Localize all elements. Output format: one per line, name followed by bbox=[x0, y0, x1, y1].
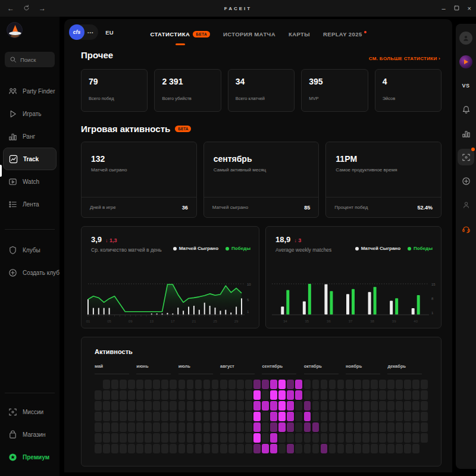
heatmap-cell bbox=[278, 380, 286, 389]
search-input[interactable] bbox=[20, 57, 50, 63]
tab-replay[interactable]: REPLAY 2025 bbox=[323, 31, 367, 37]
sidebar-item-shop[interactable]: Магазин bbox=[0, 423, 60, 446]
heatmap-cell bbox=[212, 401, 219, 411]
heatmap-cell bbox=[387, 401, 394, 411]
search-box[interactable] bbox=[5, 52, 55, 67]
heatmap-cell bbox=[170, 433, 177, 443]
heatmap-cell bbox=[354, 444, 361, 453]
heatmap-cell bbox=[354, 390, 361, 400]
heatmap-month-grid bbox=[220, 380, 261, 453]
notification-badge bbox=[471, 148, 475, 151]
faceit-logo[interactable] bbox=[7, 22, 23, 38]
heatmap-cell bbox=[161, 444, 168, 453]
activity-heatmap: майиюньиюльавгустсентябрьоктябрьноябрьде… bbox=[95, 364, 428, 453]
heatmap-cell bbox=[354, 401, 361, 411]
tab-statistics[interactable]: СТАТИСТИКА БЕТА bbox=[150, 31, 210, 37]
heatmap-cell bbox=[153, 401, 160, 411]
heatmap-cell bbox=[421, 380, 428, 389]
heatmap-cell bbox=[346, 401, 353, 411]
heatmap-cell bbox=[304, 422, 311, 432]
heatmap-cell bbox=[387, 412, 394, 421]
game-icon[interactable] bbox=[458, 54, 474, 70]
heatmap-cell bbox=[95, 401, 102, 411]
activity-card-time: 11PM Самое продуктивное время Процент по… bbox=[325, 142, 441, 218]
heatmap-cell bbox=[237, 380, 244, 389]
beta-badge: БЕТА bbox=[175, 126, 191, 132]
missions-rail-icon[interactable] bbox=[458, 149, 474, 165]
versus-button[interactable]: VS bbox=[458, 77, 474, 94]
close-button[interactable]: × bbox=[468, 5, 471, 12]
notifications-bell-icon[interactable] bbox=[458, 101, 474, 118]
heatmap-cell bbox=[120, 433, 127, 443]
sidebar-item-watch[interactable]: Watch bbox=[0, 170, 60, 193]
friends-icon[interactable] bbox=[458, 196, 474, 213]
heatmap-cell bbox=[396, 422, 403, 432]
heatmap-cell bbox=[187, 422, 194, 432]
party-finder-icon bbox=[8, 87, 17, 96]
heatmap-cell bbox=[195, 444, 202, 453]
add-rail-icon[interactable] bbox=[458, 173, 474, 189]
right-rail: VS bbox=[456, 24, 476, 469]
sidebar-item-rank[interactable]: Ранг bbox=[0, 125, 60, 148]
heatmap-month-label: октябрь bbox=[304, 364, 339, 374]
legend-matches: Матчей Сыграно bbox=[173, 246, 218, 251]
left-sidebar: Party Finder Играть Ранг Track Watch bbox=[0, 17, 60, 476]
tab-match-history[interactable]: ИСТОРИЯ МАТЧА bbox=[223, 31, 275, 37]
sidebar-item-create-club[interactable]: Создать клуб bbox=[0, 261, 60, 284]
maximize-button[interactable] bbox=[454, 5, 459, 12]
heatmap-cell bbox=[404, 422, 411, 432]
heatmap-month-grid bbox=[136, 380, 177, 453]
heatmap-cell bbox=[228, 401, 236, 411]
heatmap-cell bbox=[145, 412, 152, 421]
heatmap-cell bbox=[412, 390, 419, 400]
sidebar-item-feed[interactable]: Лента bbox=[0, 193, 60, 215]
heatmap-cell bbox=[153, 444, 160, 453]
svg-text:13: 13 bbox=[149, 320, 154, 323]
heatmap-cell bbox=[120, 444, 127, 453]
daily-matches-chart-card: 3,9 ↓ 1,3 Ср. количество матчей в день М… bbox=[81, 226, 259, 328]
heatmap-cell bbox=[421, 444, 428, 453]
heatmap-cell bbox=[379, 380, 386, 389]
profile-avatar[interactable] bbox=[458, 30, 474, 46]
heatmap-cell bbox=[145, 422, 152, 432]
svg-text:36: 36 bbox=[327, 320, 331, 323]
heatmap-cell bbox=[421, 412, 428, 421]
see-more-stats-link[interactable]: СМ. БОЛЬШЕ СТАТИСТИКИ › bbox=[369, 56, 440, 61]
sidebar-item-play[interactable]: Играть bbox=[0, 102, 60, 125]
heatmap-cell bbox=[228, 380, 236, 389]
sidebar-item-track[interactable]: Track bbox=[3, 148, 57, 170]
heatmap-cell bbox=[337, 444, 345, 453]
stat-card-aces: 4 Эйсов bbox=[375, 69, 441, 112]
heatmap-cell bbox=[312, 412, 320, 421]
heatmap-cell bbox=[278, 433, 286, 443]
heatmap-cell bbox=[120, 412, 127, 421]
heatmap-cell bbox=[287, 380, 294, 389]
heatmap-cell bbox=[103, 433, 110, 443]
heatmap-month-label: май bbox=[95, 364, 129, 374]
tab-maps[interactable]: КАРТЫ bbox=[289, 31, 310, 37]
heatmap-cell bbox=[120, 390, 127, 400]
minimize-button[interactable]: – bbox=[441, 5, 445, 12]
svg-text:21: 21 bbox=[192, 320, 196, 323]
heatmap-cell bbox=[412, 412, 419, 421]
heatmap-cell bbox=[412, 401, 419, 411]
heatmap-cell bbox=[103, 444, 110, 453]
sidebar-item-clubs[interactable]: Клубы bbox=[0, 239, 60, 261]
heatmap-cell bbox=[287, 412, 294, 421]
heatmap-cell bbox=[128, 422, 135, 432]
leaderboard-icon[interactable] bbox=[458, 125, 474, 142]
heatmap-cell bbox=[136, 422, 143, 432]
heatmap-cell bbox=[287, 401, 294, 411]
search-icon bbox=[10, 56, 17, 63]
heatmap-month: ноябрь bbox=[346, 364, 386, 453]
heatmap-cell bbox=[145, 433, 152, 443]
heatmap-cell bbox=[103, 412, 110, 421]
heatmap-cell bbox=[128, 412, 135, 421]
heatmap-month: июль bbox=[178, 364, 219, 453]
heatmap-cell bbox=[103, 380, 110, 389]
sidebar-item-premium[interactable]: Премиум bbox=[0, 446, 60, 468]
sidebar-item-party-finder[interactable]: Party Finder bbox=[0, 80, 60, 102]
voice-headset-icon[interactable] bbox=[458, 220, 474, 237]
play-icon bbox=[8, 109, 17, 118]
sidebar-item-missions[interactable]: Миссии bbox=[0, 400, 60, 423]
